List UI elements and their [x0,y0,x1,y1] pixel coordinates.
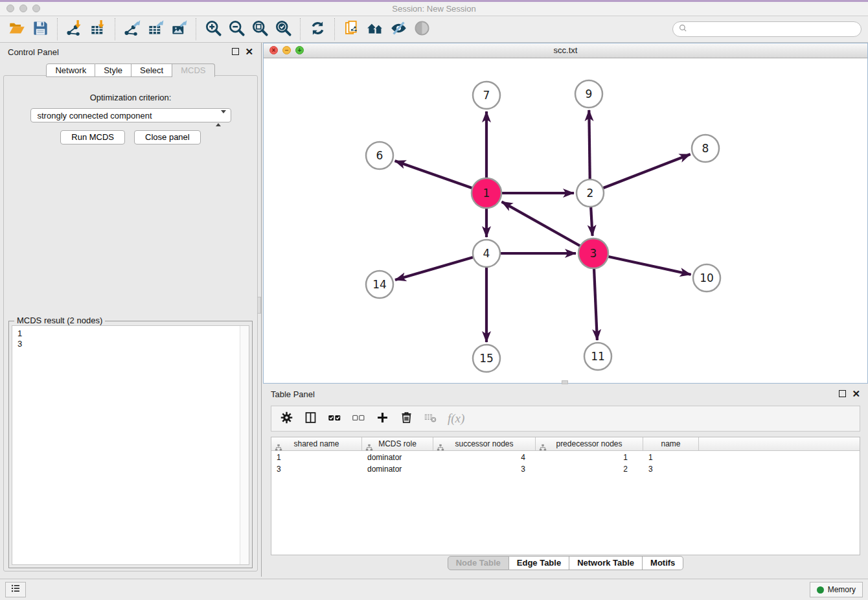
column-header-MCDS-role[interactable]: MCDS role [362,437,433,450]
open-session-icon [8,19,26,40]
network-minimize-button[interactable]: – [282,46,291,54]
graph-node-4[interactable]: 4 [473,240,500,267]
tab-style[interactable]: Style [95,63,131,77]
search-input[interactable] [688,24,856,35]
tab-edge-table[interactable]: Edge Table [509,556,569,570]
network-maximize-button[interactable]: + [295,46,304,54]
network-window-titlebar[interactable]: × – + scc.txt [264,43,867,58]
cell-name[interactable]: 1 [643,452,699,463]
close-panel-button[interactable]: Close panel [134,130,201,144]
graph-node-9[interactable]: 9 [575,80,602,108]
add-button[interactable] [372,409,392,428]
refresh-button[interactable] [306,17,329,41]
graph-node-10[interactable]: 10 [693,264,720,292]
cell-MCDS-role[interactable]: dominator [362,452,433,463]
export-table-button[interactable] [144,17,167,41]
column-layout-button[interactable] [301,409,320,428]
select-all-icon [328,411,341,427]
cell-name[interactable]: 3 [643,464,699,474]
optimization-criterion-label: Optimization criterion: [4,93,257,102]
zoom-in-button[interactable] [201,17,225,41]
cell-successor-nodes[interactable]: 3 [433,464,536,474]
graph-node-11[interactable]: 11 [584,343,611,370]
svg-text:2: 2 [587,187,594,200]
control-panel-close-icon[interactable]: ✕ [245,48,253,55]
graph-node-1[interactable]: 1 [472,178,501,208]
tab-network-table[interactable]: Network Table [569,556,643,570]
tab-motifs[interactable]: Motifs [643,556,683,570]
toolbar-separator [334,18,335,40]
delete-table-icon [424,411,437,427]
memory-button[interactable]: Memory [810,582,863,597]
settings-button[interactable] [277,409,296,428]
network-from-selection-icon [343,19,361,40]
search-box[interactable] [672,21,862,37]
select-all-button[interactable] [325,409,344,428]
network-window-title: scc.txt [264,45,867,55]
tab-select[interactable]: Select [131,63,172,77]
control-panel-float-icon[interactable] [232,48,239,55]
export-network-button[interactable] [120,17,144,41]
delete-button[interactable] [396,409,416,428]
network-canvas[interactable]: 1234678910111415 [264,58,867,383]
graph-node-14[interactable]: 14 [366,271,393,298]
cell-MCDS-role[interactable]: dominator [362,464,433,474]
tab-node-table[interactable]: Node Table [448,556,509,570]
zoom-fit-icon [251,19,269,40]
cell-predecessor-nodes[interactable]: 2 [536,464,643,474]
import-table-button[interactable] [86,17,109,41]
column-header-predecessor-nodes[interactable]: predecessor nodes [536,437,643,450]
table-panel-close-icon[interactable]: ✕ [852,390,860,397]
toolbar-separator [196,18,196,40]
table-panel-float-icon[interactable] [839,390,846,397]
svg-text:8: 8 [702,142,709,155]
mcds-result-title: MCDS result (2 nodes) [14,316,105,325]
cell-shared-name[interactable]: 3 [271,464,362,474]
tab-mcds[interactable]: MCDS [172,63,214,77]
horizontal-splitter-handle[interactable] [562,380,568,384]
graph-node-3[interactable]: 3 [578,238,608,268]
open-session-button[interactable] [5,17,29,41]
graph-node-6[interactable]: 6 [366,142,393,169]
first-neighbors-button[interactable] [363,17,387,41]
mcds-result-text[interactable]: 13 [12,325,249,565]
graph-node-7[interactable]: 7 [473,82,500,109]
deselect-all-button[interactable] [348,409,368,428]
network-from-selection-button[interactable] [340,17,363,41]
tab-network[interactable]: Network [46,63,95,77]
graph-edge-2-8[interactable] [590,154,691,193]
cell-successor-nodes[interactable]: 4 [433,452,536,463]
save-session-button[interactable] [29,17,52,41]
graph-node-2[interactable]: 2 [577,179,604,207]
graph-node-8[interactable]: 8 [692,135,719,162]
column-header-name[interactable]: name [643,437,699,450]
status-bar: Memory [0,579,868,600]
run-mcds-button[interactable]: Run MCDS [60,130,125,144]
criterion-dropdown[interactable]: strongly connected component [30,108,231,122]
zoom-out-button[interactable] [225,17,248,41]
svg-text:1: 1 [483,187,490,200]
delete-table-button [420,409,440,428]
column-header-shared-name[interactable]: shared name [271,437,362,450]
cell-predecessor-nodes[interactable]: 1 [536,452,643,463]
column-header-successor-nodes[interactable]: successor nodes [433,437,536,450]
toolbar-separator [300,18,301,40]
zoom-out-icon [228,19,246,40]
table-row[interactable]: 1dominator411 [271,452,860,463]
svg-text:15: 15 [479,352,494,365]
toolbar-separator [57,18,58,40]
network-close-button[interactable]: × [269,46,278,54]
result-scrollbar[interactable] [240,326,249,564]
table-row[interactable]: 3dominator323 [271,464,860,474]
task-history-button[interactable] [5,582,26,597]
zoom-selected-button[interactable] [271,17,295,41]
export-image-button[interactable] [167,17,190,41]
graph-edge-3-1[interactable] [502,202,594,253]
svg-text:7: 7 [483,89,490,102]
cell-shared-name[interactable]: 1 [271,452,362,463]
vertical-splitter-handle[interactable] [257,297,261,314]
graph-node-15[interactable]: 15 [473,345,500,372]
import-network-button[interactable] [63,17,86,41]
zoom-fit-button[interactable] [248,17,271,41]
hide-selected-button[interactable] [387,17,410,41]
